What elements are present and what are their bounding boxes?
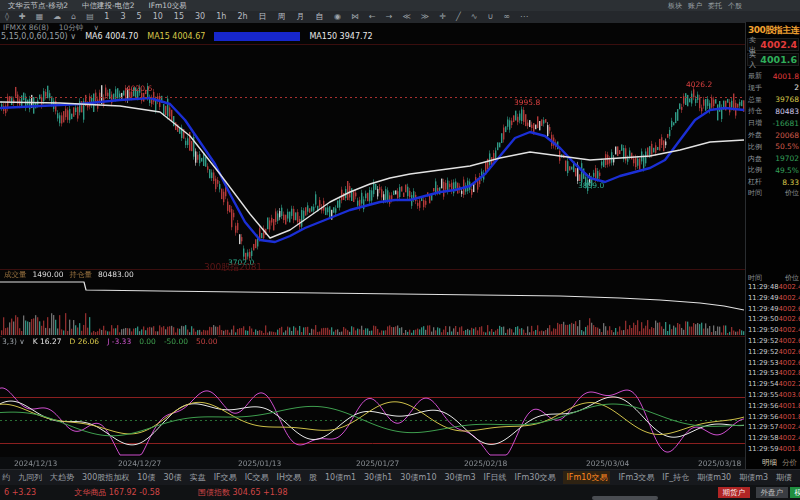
ask-price[interactable]: 4002.4	[760, 39, 797, 50]
tick-time: 11:29:56	[748, 413, 779, 421]
link-icon[interactable]: ∞	[503, 11, 510, 23]
account-button-1[interactable]: 外盘户	[756, 487, 789, 498]
tick-time: 11:29:49	[748, 305, 779, 313]
cloud-icon[interactable]: ☁	[53, 11, 61, 23]
magnet-icon[interactable]: ✚	[19, 11, 26, 23]
tick-row: 11:29:494002.4	[747, 294, 800, 302]
trendline-icon[interactable]: ╱	[456, 11, 461, 23]
price-label: 4026.2	[686, 81, 712, 89]
kdj-params[interactable]: 3,3) ∨	[2, 337, 25, 346]
tick-footer-1[interactable]: 分价	[782, 458, 797, 468]
page-tab-2[interactable]: 大趋势	[50, 472, 74, 483]
page-tab-8[interactable]: IC交易	[245, 472, 269, 483]
eye-icon[interactable]: ◉	[334, 11, 341, 23]
period-10[interactable]: 10	[153, 11, 163, 23]
tick-footer-0[interactable]: 明细	[762, 458, 777, 468]
period-自[interactable]: 自	[316, 11, 324, 23]
period-周[interactable]: 周	[278, 11, 286, 23]
zoom-out-icon[interactable]: ≪	[402, 11, 410, 23]
page-tab-22[interactable]: 期债	[776, 472, 792, 483]
price-label: 4020.6	[126, 85, 152, 93]
price-label: 3859.0	[578, 182, 604, 190]
stat-value: -16681	[772, 119, 799, 128]
tick-row: 11:29:484002.4	[747, 283, 800, 291]
cursor-icon[interactable]: ◊	[5, 11, 9, 23]
page-tab-13[interactable]: 30债m10	[400, 472, 436, 483]
image-icon[interactable]: ▦	[36, 11, 44, 23]
arrow-right-icon[interactable]: →	[386, 11, 393, 23]
ma-params[interactable]: 5,15,0,0,60,150) ∨	[1, 32, 76, 41]
page-tab-9[interactable]: IH交易	[277, 472, 301, 483]
tick-list-header: 时间 价位	[747, 273, 800, 283]
compress-icon[interactable]: ⋈	[351, 11, 359, 23]
tick-row: 11:29:534002.8	[747, 369, 800, 377]
period-15[interactable]: 15	[174, 11, 184, 23]
bid-price[interactable]: 4001.6	[760, 54, 797, 65]
period-1[interactable]: 1	[104, 11, 109, 23]
quote-stat-row: 持仓80483	[747, 105, 800, 117]
period-30[interactable]: 30	[195, 11, 205, 23]
stat-label: 总量	[748, 95, 762, 105]
ma15-value: MA15 4004.67	[147, 32, 205, 41]
page-tab-3[interactable]: 300股指加权	[82, 472, 129, 483]
period-5[interactable]: 5	[137, 11, 142, 23]
tick-price: 4003.0	[779, 391, 800, 399]
page-tab-19[interactable]: IF_持仓	[662, 472, 689, 483]
period-月[interactable]: 月	[297, 11, 305, 23]
zoom-in-icon[interactable]: ≫	[421, 11, 429, 23]
tick-time: 11:29:54	[748, 380, 779, 388]
session-tab-2[interactable]: IFm10交易	[148, 1, 186, 11]
crosshair-icon[interactable]: ✛	[439, 11, 446, 23]
titlebar-menu-item-3[interactable]: 个股	[728, 1, 742, 11]
page-tab-6[interactable]: 实盘	[190, 472, 206, 483]
openinterest-value: 80483.00	[98, 270, 134, 280]
titlebar-menu-item-1[interactable]: 账户	[688, 1, 702, 11]
page-tab-4[interactable]: 10债	[137, 472, 155, 483]
tick-row: 11:29:504002.6	[747, 315, 800, 323]
page-tab-12[interactable]: 30债h1	[364, 472, 392, 483]
tick-time: 11:29:52	[748, 337, 779, 345]
page-tab-7[interactable]: IF交易	[214, 472, 237, 483]
tick-row: 11:29:574002.4	[747, 423, 800, 431]
u-icon[interactable]: ∪	[487, 11, 493, 23]
account-button-2[interactable]: 模拟户	[790, 487, 800, 498]
openinterest-label: 持仓量	[70, 270, 93, 280]
tick-time: 11:29:53	[748, 359, 779, 367]
kline-icon[interactable]: ▤	[86, 11, 94, 23]
page-tab-1[interactable]: 九同列	[18, 472, 42, 483]
bid-row[interactable]: 买入 4001.6	[747, 53, 799, 66]
more-icon[interactable]: ⋯	[520, 11, 528, 23]
home-icon[interactable]: ⌂	[71, 11, 76, 23]
page-tab-20[interactable]: 期债m30	[697, 472, 731, 483]
page-tab-0[interactable]: 约	[2, 472, 10, 483]
titlebar-menu-item-0[interactable]: 板块	[668, 1, 682, 11]
page-tab-17[interactable]: IFm10交易	[563, 471, 610, 484]
wave-icon[interactable]: ∿	[471, 11, 478, 23]
kdj-j-value: J -3.33	[107, 337, 131, 346]
page-tab-15[interactable]: IF日线	[484, 472, 507, 483]
tick-time: 11:29:57	[748, 423, 779, 431]
page-tab-16[interactable]: IFm30交易	[515, 472, 556, 483]
session-tab-0[interactable]: 文华云节点-移动2	[8, 1, 68, 11]
page-tab-10[interactable]: 股	[309, 472, 317, 483]
scrollbar-thumb[interactable]	[592, 496, 658, 500]
kdj-pane[interactable]	[0, 346, 745, 457]
period-1h[interactable]: 1h	[216, 11, 226, 23]
page-tab-11[interactable]: 10债m1	[325, 472, 356, 483]
period-日[interactable]: 日	[259, 11, 267, 23]
session-tab-1[interactable]: 中信建投-电信2	[82, 1, 134, 11]
kdj-d-value: D 26.06	[70, 337, 100, 346]
arrow-left-icon[interactable]: ←	[369, 11, 376, 23]
period-2h[interactable]: 2h	[237, 11, 247, 23]
tick-price: 4002.6	[779, 315, 800, 323]
account-button-0[interactable]: 期货户	[718, 487, 751, 498]
page-tab-21[interactable]: 期债m3	[739, 472, 768, 483]
tick-list-header: 时间 价位	[747, 188, 800, 198]
page-tab-18[interactable]: IFm3交易	[618, 472, 654, 483]
tick-price: 4002.6	[779, 359, 800, 367]
period-3[interactable]: 3	[120, 11, 125, 23]
page-tab-5[interactable]: 30债	[163, 472, 181, 483]
page-tab-14[interactable]: 30债m3	[445, 472, 476, 483]
titlebar-menu-item-2[interactable]: 委托	[708, 1, 722, 11]
candlestick-chart[interactable]	[0, 44, 745, 269]
